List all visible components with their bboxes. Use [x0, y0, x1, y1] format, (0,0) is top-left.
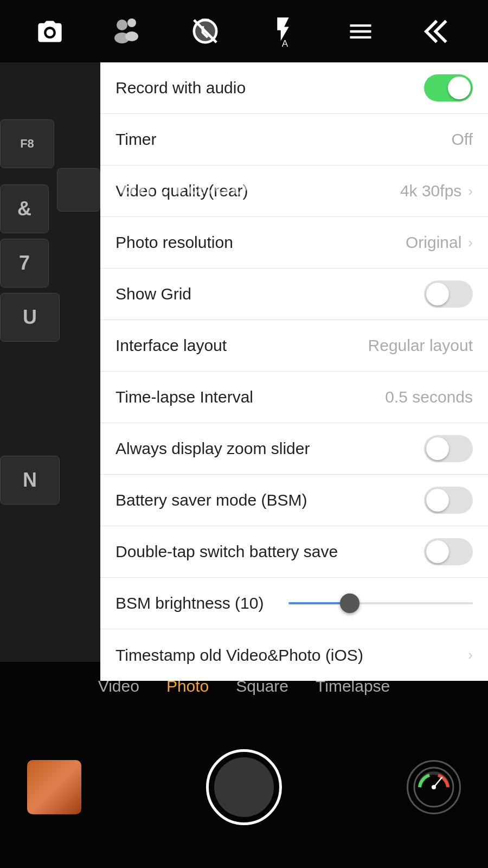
- toggle-knob: [426, 489, 449, 512]
- photo-resolution-label: Photo resolution: [115, 233, 233, 252]
- video-quality-value: 4k 30fps ›: [400, 182, 473, 200]
- timer-off-icon[interactable]: [188, 14, 223, 49]
- timestamp-row[interactable]: Timestamp old Video&Photo (iOS) ›: [100, 629, 488, 681]
- video-quality-label: Video quality(rear): [115, 182, 248, 200]
- double-tap-battery-row: Double-tap switch battery save: [100, 526, 488, 578]
- interface-layout-row: Interface layout Regular layout: [100, 320, 488, 372]
- zoom-slider-label: Always display zoom slider: [115, 439, 310, 458]
- video-quality-chevron: ›: [468, 183, 473, 200]
- toggle-knob: [426, 283, 449, 305]
- timer-row: Timer Off: [100, 114, 488, 165]
- timelapse-interval-row: Time-lapse Interval 0.5 seconds: [100, 372, 488, 423]
- timestamp-chevron: ›: [468, 647, 473, 663]
- photo-resolution-chevron: ›: [468, 234, 473, 251]
- show-grid-row: Show Grid: [100, 269, 488, 320]
- bsm-brightness-label: BSM brightness (10): [115, 594, 264, 612]
- battery-saver-label: Battery saver mode (BSM): [115, 491, 307, 509]
- timelapse-interval-value: 0.5 seconds: [385, 388, 473, 406]
- interface-layout-value: Regular layout: [368, 336, 473, 355]
- shutter-inner: [214, 757, 274, 817]
- slider-thumb[interactable]: [340, 593, 359, 613]
- back-icon[interactable]: [421, 14, 456, 49]
- interface-layout-label: Interface layout: [115, 336, 227, 355]
- zoom-slider-toggle[interactable]: [424, 435, 473, 462]
- photo-resolution-value: Original ›: [406, 233, 473, 252]
- settings-panel: Record with audio Timer Off Video qualit…: [100, 62, 488, 681]
- hdr-icon[interactable]: [110, 14, 145, 49]
- photo-resolution-row[interactable]: Photo resolution Original ›: [100, 217, 488, 269]
- show-grid-toggle[interactable]: [424, 280, 473, 308]
- timestamp-label: Timestamp old Video&Photo (iOS): [115, 646, 363, 665]
- toggle-knob: [448, 76, 471, 99]
- svg-text:A: A: [281, 37, 288, 47]
- battery-saver-row: Battery saver mode (BSM): [100, 475, 488, 526]
- meter-icon[interactable]: [407, 760, 461, 814]
- slider-track: [288, 602, 473, 604]
- battery-saver-toggle[interactable]: [424, 487, 473, 514]
- menu-icon[interactable]: [343, 14, 378, 49]
- record-audio-label: Record with audio: [115, 79, 246, 97]
- timestamp-value: ›: [468, 647, 473, 663]
- svg-point-9: [432, 785, 436, 789]
- video-quality-row[interactable]: Video quality(rear) 4k 30fps ›: [100, 165, 488, 217]
- shutter-button[interactable]: [206, 749, 282, 825]
- timelapse-interval-label: Time-lapse Interval: [115, 388, 253, 406]
- photo-thumbnail[interactable]: [27, 760, 81, 814]
- double-tap-battery-toggle[interactable]: [424, 538, 473, 565]
- bsm-brightness-row: BSM brightness (10): [100, 578, 488, 629]
- record-audio-row: Record with audio: [100, 62, 488, 114]
- zoom-slider-row: Always display zoom slider: [100, 423, 488, 475]
- timer-label: Timer: [115, 130, 157, 149]
- bsm-brightness-slider[interactable]: [288, 602, 473, 604]
- bottom-bar: Video Photo Square Timelapse: [0, 662, 488, 868]
- show-grid-label: Show Grid: [115, 285, 191, 303]
- toggle-knob: [426, 437, 449, 460]
- flash-auto-icon[interactable]: A: [265, 14, 300, 49]
- flip-camera-icon[interactable]: [32, 14, 67, 49]
- svg-point-3: [125, 31, 138, 41]
- toggle-knob: [426, 540, 449, 563]
- bottom-controls: [0, 706, 488, 868]
- svg-point-0: [117, 20, 127, 30]
- svg-point-1: [127, 18, 136, 27]
- timer-value: Off: [452, 130, 473, 149]
- double-tap-battery-label: Double-tap switch battery save: [115, 542, 338, 561]
- top-toolbar: A: [0, 0, 488, 62]
- slider-fill: [288, 602, 344, 604]
- record-audio-toggle[interactable]: [424, 74, 473, 101]
